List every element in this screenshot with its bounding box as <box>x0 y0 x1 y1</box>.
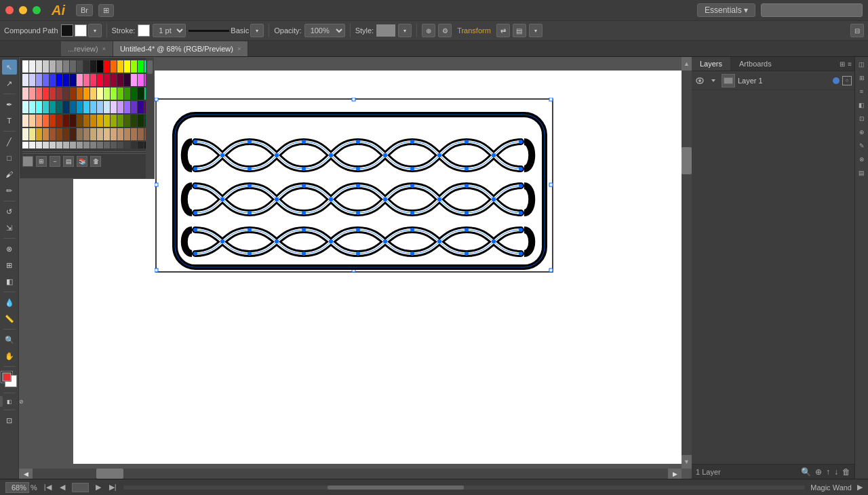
play-button[interactable]: ▶ <box>857 483 863 492</box>
panel-swatch-group[interactable]: ▤ <box>63 156 74 167</box>
fill-swatch[interactable] <box>61 24 73 37</box>
panel-toggle-icon[interactable]: ⊟ <box>850 24 864 37</box>
draw-mode-button[interactable]: ⊡ <box>2 413 17 428</box>
panel-menu-icon[interactable]: ≡ <box>848 60 852 68</box>
close-button[interactable] <box>5 6 14 14</box>
nav-prev-page[interactable]: ◀ <box>58 483 66 492</box>
edge-icon-9[interactable]: ▤ <box>857 168 866 178</box>
zoom-input[interactable]: 68% <box>5 482 29 493</box>
panel-remove-swatch[interactable]: − <box>50 156 60 167</box>
tool-type[interactable]: T <box>2 113 17 128</box>
edge-icon-8[interactable]: ⊗ <box>858 155 866 164</box>
fill-stroke-indicator[interactable] <box>1 371 18 389</box>
panel-scrollbar[interactable] <box>146 58 154 178</box>
artwork[interactable] <box>155 98 555 275</box>
new-layer-icon[interactable]: ⊕ <box>815 467 822 477</box>
scroll-track-h[interactable] <box>33 469 668 479</box>
arrange-dropdown[interactable]: ▾ <box>529 24 542 37</box>
nav-next-page[interactable]: ▶ <box>94 483 102 492</box>
scroll-right-btn[interactable]: ▶ <box>668 469 682 479</box>
panel-swatch-library[interactable]: 📚 <box>77 156 87 167</box>
search-layers-icon[interactable]: 🔍 <box>801 467 811 477</box>
tool-line[interactable]: ╱ <box>2 134 17 149</box>
edge-icon-6[interactable]: ⊕ <box>858 127 866 137</box>
tool-paintbrush[interactable]: 🖌 <box>2 167 17 182</box>
edge-icon-2[interactable]: ⊞ <box>858 73 866 83</box>
stroke-type-dropdown[interactable]: ▾ <box>250 24 264 37</box>
toolbox: ↖ ↗ ✒ T ╱ □ 🖌 ✏ ↺ ⇲ ⊗ ⊞ ◧ 💧 📏 🔍 ✋ ■ ◧ <box>0 57 19 479</box>
maximize-button[interactable] <box>33 6 41 14</box>
scroll-left-btn[interactable]: ◀ <box>19 469 33 479</box>
tool-measure[interactable]: 📏 <box>2 311 17 326</box>
move-layer-up-icon[interactable]: ↑ <box>826 467 830 477</box>
layer-target-circle[interactable]: ○ <box>842 76 852 85</box>
scroll-thumb-v[interactable] <box>682 147 692 174</box>
tool-pen[interactable]: ✒ <box>2 97 17 112</box>
tool-separator-2 <box>3 131 16 132</box>
essentials-button[interactable]: Essentials ▾ <box>697 3 755 17</box>
tool-zoom[interactable]: 🔍 <box>2 332 17 347</box>
tool-scale[interactable]: ⇲ <box>2 220 17 235</box>
layout-button[interactable]: ⊞ <box>98 4 114 17</box>
search-input[interactable] <box>761 3 863 17</box>
tool-hand[interactable]: ✋ <box>2 349 17 363</box>
bridge-button[interactable]: Br <box>76 4 93 16</box>
panel-color-preview[interactable] <box>22 156 33 167</box>
edge-icon-3[interactable]: ≡ <box>859 87 865 96</box>
opacity-dropdown[interactable]: 100%75%50% <box>304 24 345 37</box>
tool-gradient[interactable]: ◧ <box>2 274 17 289</box>
layer-lock-toggle[interactable] <box>708 75 719 86</box>
stroke-swatch[interactable] <box>138 24 150 37</box>
panel-expand-icon[interactable]: ⊞ <box>840 60 845 68</box>
fill-options-button[interactable]: ▾ <box>88 24 102 37</box>
align-icon[interactable]: ⊕ <box>422 24 435 37</box>
delete-layer-icon[interactable]: 🗑 <box>842 467 850 477</box>
scroll-track-v[interactable] <box>682 71 692 455</box>
tab-close-untitled4[interactable]: × <box>237 45 241 52</box>
tab-preview[interactable]: ...review) × <box>61 41 113 56</box>
tool-mesh[interactable]: ⊞ <box>2 258 17 273</box>
arrange-icon[interactable]: ▤ <box>513 24 526 37</box>
fill-mode-normal[interactable]: ■ <box>0 396 3 407</box>
tool-separator-4 <box>3 238 16 239</box>
layer-visibility-toggle[interactable] <box>694 75 705 86</box>
panel-add-swatch[interactable]: ⊞ <box>36 156 47 167</box>
style-dropdown[interactable]: ▾ <box>398 24 412 37</box>
fill-mode-gradient[interactable]: ◧ <box>4 396 15 407</box>
page-input[interactable]: 1 <box>72 483 89 492</box>
tool-rect[interactable]: □ <box>2 151 17 165</box>
scroll-thumb-h[interactable] <box>96 469 123 479</box>
swatch-grid[interactable] <box>22 60 154 148</box>
tool-blend[interactable]: ⊗ <box>2 241 17 256</box>
tool-select[interactable]: ↖ <box>2 60 17 75</box>
fill-swatch-white[interactable] <box>75 24 87 37</box>
edge-icon-5[interactable]: ⊡ <box>858 114 866 123</box>
v-scrollbar[interactable]: ▲ ▼ <box>682 57 692 469</box>
h-scrollbar[interactable]: ◀ ▶ <box>19 469 682 479</box>
transform-button[interactable]: Transform <box>454 26 494 35</box>
tab-untitled4[interactable]: Untitled-4* @ 68% (RGB/Preview) × <box>113 41 248 56</box>
nav-last-page[interactable]: ▶| <box>108 483 118 492</box>
h-scroll-status[interactable] <box>123 486 806 490</box>
settings-icon[interactable]: ⚙ <box>438 24 452 37</box>
tool-eyedropper[interactable]: 💧 <box>2 295 17 310</box>
edge-icon-1[interactable]: ◫ <box>857 60 866 69</box>
transform-options-icon[interactable]: ⇄ <box>496 24 510 37</box>
stroke-weight-dropdown[interactable]: 1 pt2 pt3 pt <box>153 24 186 37</box>
fill-mode-none[interactable]: ⊘ <box>16 396 27 407</box>
panel-delete-swatch[interactable]: 🗑 <box>90 156 101 167</box>
scroll-up-btn[interactable]: ▲ <box>682 57 692 71</box>
tab-artboards[interactable]: Artboards <box>731 57 781 71</box>
minimize-button[interactable] <box>19 6 27 14</box>
tab-layers[interactable]: Layers <box>692 57 731 71</box>
move-layer-down-icon[interactable]: ↓ <box>834 467 838 477</box>
tool-direct-select[interactable]: ↗ <box>2 76 17 91</box>
edge-icon-7[interactable]: ✎ <box>858 141 866 151</box>
nav-first-page[interactable]: |◀ <box>43 483 53 492</box>
edge-icon-4[interactable]: ◧ <box>857 100 866 110</box>
tool-rotate[interactable]: ↺ <box>2 204 17 219</box>
scroll-down-btn[interactable]: ▼ <box>682 455 692 469</box>
style-swatch[interactable] <box>376 24 395 37</box>
tab-close-preview[interactable]: × <box>102 45 106 52</box>
tool-pencil[interactable]: ✏ <box>2 183 17 198</box>
